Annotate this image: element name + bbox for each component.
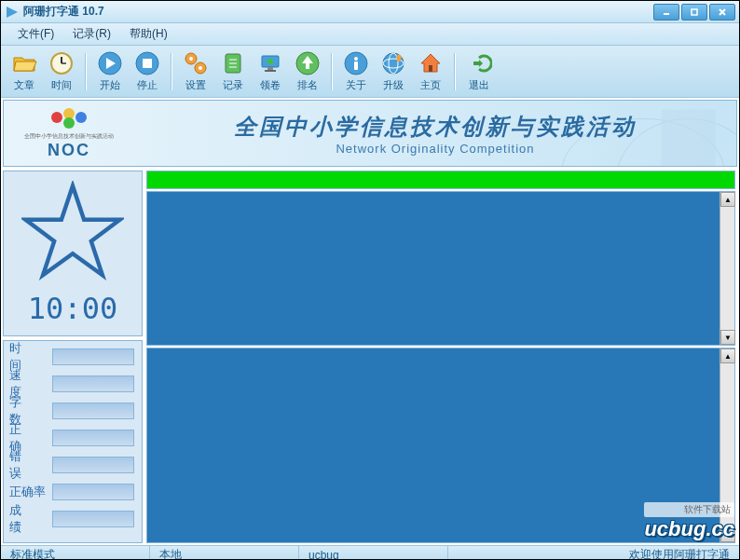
svg-point-33 xyxy=(51,112,62,123)
status-user: ucbug xyxy=(299,546,448,560)
source-text-area: ▲ ▼ xyxy=(146,191,735,346)
banner-logo: 全国中小学信息技术创新与实践活动 NOC xyxy=(4,106,134,160)
input-text-area[interactable]: ▲ ▼ xyxy=(146,348,735,543)
records-label: 记录 xyxy=(223,78,243,92)
window-title: 阿珊打字通 10.7 xyxy=(23,4,653,20)
status-welcome: 欢迎使用阿珊打字通 xyxy=(620,547,739,560)
start-label: 开始 xyxy=(100,78,120,92)
svg-point-24 xyxy=(354,57,358,61)
upgrade-label: 升级 xyxy=(383,78,404,92)
svg-point-21 xyxy=(267,59,273,64)
notebook-icon xyxy=(220,50,246,76)
folder-icon xyxy=(11,50,37,76)
scrollbar[interactable]: ▲ ▼ xyxy=(719,348,734,542)
stat-chars: 字 数 xyxy=(7,401,138,421)
svg-point-36 xyxy=(63,117,75,129)
exit-label: 退出 xyxy=(469,78,489,92)
scroll-down-button[interactable]: ▼ xyxy=(720,330,735,345)
exit-icon xyxy=(466,50,492,76)
scrollbar[interactable]: ▲ ▼ xyxy=(719,192,734,345)
star-icon xyxy=(21,181,124,283)
svg-rect-19 xyxy=(267,67,273,70)
close-button[interactable] xyxy=(709,4,735,20)
right-panel: ▲ ▼ ▲ ▼ xyxy=(144,169,739,545)
rank-button[interactable]: 排名 xyxy=(290,48,325,95)
stat-score-value xyxy=(52,511,134,527)
settings-label: 设置 xyxy=(185,78,206,92)
svg-point-12 xyxy=(189,57,193,61)
stat-errors-label: 错 误 xyxy=(7,448,52,482)
monitor-icon xyxy=(257,50,283,76)
maximize-button[interactable] xyxy=(681,4,707,20)
main-area: 10:00 时 间 速 度 字 数 正 确 错 误 正确率 成 绩 ▲ ▼ ▲ … xyxy=(1,169,739,545)
stat-chars-value xyxy=(52,403,134,419)
arrow-up-icon xyxy=(295,50,321,76)
progress-bar xyxy=(146,171,735,189)
upgrade-button[interactable]: 升级 xyxy=(376,48,411,95)
play-icon xyxy=(97,50,123,76)
noc-logo-icon xyxy=(46,106,92,129)
rank-label: 排名 xyxy=(297,78,318,92)
clock-icon xyxy=(48,50,75,76)
banner: 全国中小学信息技术创新与实践活动 NOC 全国中小学信息技术创新与实践活动 Ne… xyxy=(3,100,737,167)
stat-speed-value xyxy=(52,376,134,392)
separator xyxy=(171,53,172,90)
stop-button[interactable]: 停止 xyxy=(130,48,165,95)
about-label: 关于 xyxy=(346,78,366,92)
title-bar: 阿珊打字通 10.7 xyxy=(1,1,739,23)
menu-file[interactable]: 文件(F) xyxy=(8,24,63,44)
home-label: 主页 xyxy=(420,78,441,92)
stat-accuracy: 正确率 xyxy=(7,482,138,502)
stats-panel: 时 间 速 度 字 数 正 确 错 误 正确率 成 绩 xyxy=(3,340,143,543)
noc-text: NOC xyxy=(4,141,134,160)
left-panel: 10:00 时 间 速 度 字 数 正 确 错 误 正确率 成 绩 xyxy=(1,169,144,545)
timer-panel: 10:00 xyxy=(3,171,143,336)
stat-score: 成 绩 xyxy=(7,509,138,529)
time-button[interactable]: 时间 xyxy=(44,48,79,95)
svg-rect-25 xyxy=(354,61,358,70)
timer-display: 10:00 xyxy=(28,291,117,326)
stat-errors: 错 误 xyxy=(7,455,138,475)
records-button[interactable]: 记录 xyxy=(215,48,251,95)
stat-speed: 速 度 xyxy=(7,374,138,394)
globe-icon xyxy=(380,50,406,76)
start-button[interactable]: 开始 xyxy=(92,48,128,95)
svg-rect-29 xyxy=(429,65,432,72)
separator xyxy=(331,53,333,90)
svg-rect-1 xyxy=(692,9,697,15)
stat-time-value xyxy=(52,348,134,365)
collect-button[interactable]: 领卷 xyxy=(253,48,288,95)
stat-accuracy-label: 正确率 xyxy=(7,484,52,500)
svg-rect-32 xyxy=(661,110,715,166)
stat-accuracy-value xyxy=(52,484,134,500)
menu-bar: 文件(F) 记录(R) 帮助(H) xyxy=(1,23,739,46)
article-label: 文章 xyxy=(14,78,34,92)
info-icon xyxy=(343,50,369,76)
stop-label: 停止 xyxy=(137,78,158,92)
banner-bg-icon xyxy=(550,101,736,166)
gear-icon xyxy=(183,50,209,76)
article-button[interactable]: 文章 xyxy=(7,48,42,95)
status-bar: 标准模式 本地 ucbug 欢迎使用阿珊打字通 xyxy=(1,545,739,560)
home-icon xyxy=(418,50,444,76)
scroll-up-button[interactable]: ▲ xyxy=(720,348,735,363)
stat-errors-value xyxy=(52,457,134,473)
scroll-down-button[interactable]: ▼ xyxy=(720,527,735,542)
scroll-up-button[interactable]: ▲ xyxy=(720,192,735,207)
home-button[interactable]: 主页 xyxy=(413,48,448,95)
toolbar: 文章 时间 开始 停止 设置 记录 领卷 排名 关于 升级 主页 xyxy=(1,46,739,98)
separator xyxy=(454,53,456,90)
menu-record[interactable]: 记录(R) xyxy=(63,24,120,44)
minimize-button[interactable] xyxy=(653,4,679,20)
settings-button[interactable]: 设置 xyxy=(178,48,213,95)
stat-correct-value xyxy=(52,430,134,446)
stat-correct: 正 确 xyxy=(7,428,138,448)
collect-label: 领卷 xyxy=(260,78,281,92)
menu-help[interactable]: 帮助(H) xyxy=(120,24,177,44)
about-button[interactable]: 关于 xyxy=(338,48,374,95)
app-icon xyxy=(5,5,20,20)
stat-score-label: 成 绩 xyxy=(7,502,52,536)
svg-point-35 xyxy=(75,112,87,123)
exit-button[interactable]: 退出 xyxy=(461,48,497,95)
status-location: 本地 xyxy=(150,546,299,560)
